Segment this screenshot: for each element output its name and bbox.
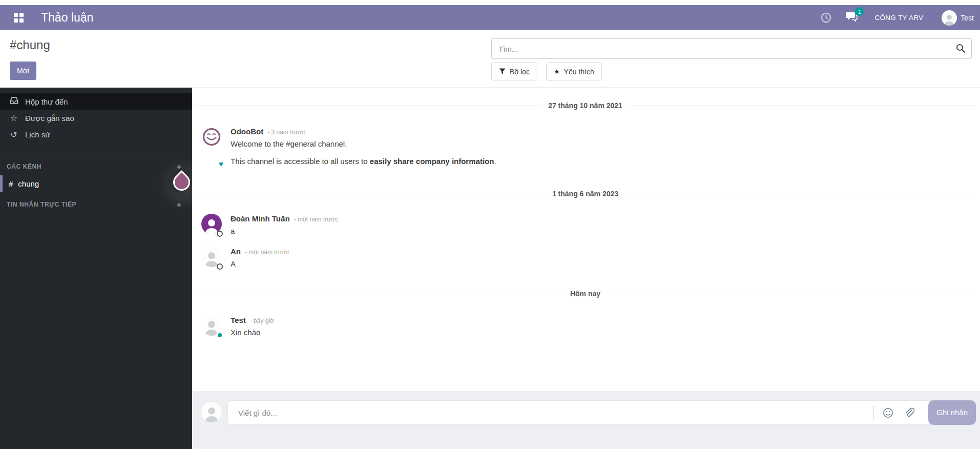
message-composer: Ghi nhận [192,391,980,449]
heart-status-icon: ♥ [219,161,223,167]
apps-menu-icon[interactable] [14,13,24,23]
activities-clock-icon[interactable] [820,12,832,24]
add-dm-icon[interactable]: + [176,200,182,209]
hash-icon: # [9,179,13,188]
star-outline-icon: ☆ [9,113,19,123]
message-time: - một năm trước [245,249,289,256]
inbox-icon [9,96,19,107]
top-navbar: Thảo luận 1 CÔNG TY ARV Test [0,5,980,30]
search-icon[interactable] [956,44,966,55]
composer-avatar [201,402,222,422]
message-time: - một năm trước [294,216,339,223]
sidebar-item-history[interactable]: ↺ Lịch sử [0,126,192,142]
message-text: A [231,259,289,268]
offline-status-icon [217,263,223,270]
unread-badge: 1 [855,7,864,16]
sidebar-channel-chung[interactable]: # chung [0,175,192,192]
date-label: 27 tháng 10 năm 2021 [548,101,622,110]
favorites-button[interactable]: ★ Yêu thích [546,63,602,80]
company-name[interactable]: CÔNG TY ARV [874,14,923,22]
sidebar-item-label: Lịch sử [25,130,50,139]
user-avatar[interactable] [942,10,957,26]
message-text: This channel is accessible to all users … [231,157,496,166]
person-icon [943,12,956,26]
message-time: - bây giờ [250,317,274,324]
favorites-label: Yêu thích [564,68,594,76]
emoji-icon[interactable] [883,407,893,418]
navbar-right: 1 CÔNG TY ARV Test [820,10,980,26]
date-separator: Hôm nay [195,290,975,298]
user-name[interactable]: Test [961,14,974,22]
channel-name: chung [18,179,39,188]
app-title: Thảo luận [41,11,93,25]
chat-content: 27 tháng 10 năm 2021 ♥ OdooBot - 3 năm [192,88,980,449]
message-list: 27 tháng 10 năm 2021 ♥ OdooBot - 3 năm [192,88,980,391]
offline-status-icon [217,231,223,237]
search-input[interactable] [491,38,972,59]
messages-menu[interactable]: 1 [846,11,858,24]
avatar [201,315,222,337]
dm-section-header: TIN NHẮN TRỰC TIẾP + [0,197,192,212]
date-label: 1 tháng 6 năm 2023 [552,190,618,198]
odoobot-avatar-icon [201,127,222,147]
attachment-paperclip-icon[interactable] [904,407,914,418]
add-channel-icon[interactable]: + [176,162,182,171]
filter-row: Bộ lọc ★ Yêu thích [491,63,602,80]
message-author[interactable]: Đoàn Minh Tuấn [231,214,290,223]
history-icon: ↺ [9,130,19,139]
invite-button[interactable]: Mời [10,62,36,80]
message-author[interactable]: OdooBot [231,127,263,136]
date-label: Hôm nay [570,290,600,298]
sidebar-item-starred[interactable]: ☆ Được gắn sao [0,110,192,126]
avatar [201,247,222,268]
date-separator: 27 tháng 10 năm 2021 [195,101,975,110]
message-test: Test - bây giờ Xin chào [201,315,970,337]
message-odoobot: ♥ OdooBot - 3 năm trước Welcome to the #… [201,127,970,166]
person-icon [203,405,220,422]
online-status-icon [217,332,223,338]
message-text: Xin chào [231,328,274,337]
page-title: #chung [10,38,50,52]
message-author[interactable]: Test [231,316,246,324]
log-button[interactable]: Ghi nhận [928,400,976,425]
funnel-icon [499,68,506,75]
sidebar-item-label: Được gắn sao [25,114,74,123]
message-time: - 3 năm trước [267,129,305,136]
discuss-app: Thảo luận 1 CÔNG TY ARV Test #chung Mời [0,0,980,449]
message-author[interactable]: An [231,247,241,256]
channels-header-label: CÁC KÊNH [7,163,41,170]
filters-button[interactable]: Bộ lọc [491,63,537,80]
message-text: Welcome to the #general channel. [231,139,496,148]
channels-section-header: CÁC KÊNH + [0,159,192,174]
message-an: An - một năm trước A [201,247,970,268]
control-panel: #chung Mời Bộ lọc ★ Yêu thích [0,30,980,88]
star-icon: ★ [554,68,560,75]
sidebar-item-label: Hộp thư đến [25,97,68,106]
avatar [201,214,222,235]
search-box [491,38,972,59]
composer-box: Ghi nhận [227,400,976,425]
sidebar-item-inbox[interactable]: Hộp thư đến [0,93,192,110]
date-separator: 1 tháng 6 năm 2023 [195,190,975,198]
avatar: ♥ [201,127,222,166]
discuss-sidebar: Hộp thư đến ☆ Được gắn sao ↺ Lịch sử CÁC… [0,88,192,449]
sidebar-divider [0,154,192,154]
dm-header-label: TIN NHẮN TRỰC TIẾP [7,201,76,208]
message-tuan: Đoàn Minh Tuấn - một năm trước a [201,214,970,235]
message-text: a [231,227,338,235]
composer-input[interactable] [228,401,873,424]
composer-divider [873,406,874,420]
filters-label: Bộ lọc [510,68,530,76]
